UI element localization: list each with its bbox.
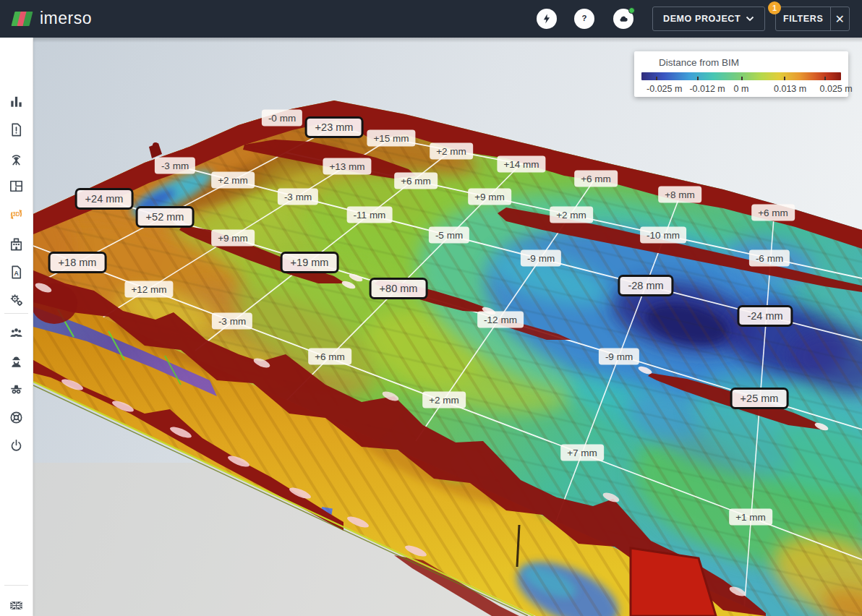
measurement-pin[interactable]: -12 mm — [477, 312, 524, 328]
measurement-pin-highlighted[interactable]: +19 mm — [281, 252, 339, 273]
measurement-pin[interactable]: +1 mm — [729, 509, 772, 526]
logo[interactable]: imerso — [12, 9, 92, 28]
worker-icon — [8, 353, 25, 369]
cloud-icon — [618, 13, 629, 25]
sidebar-item-building[interactable] — [0, 235, 33, 252]
sidebar-divider — [4, 313, 28, 314]
chevron-down-icon — [746, 16, 754, 22]
measurement-pin-highlighted[interactable]: -24 mm — [737, 305, 793, 327]
measurement-pin[interactable]: -3 mm — [155, 158, 195, 174]
sidebar-item-file-alert[interactable] — [0, 121, 33, 138]
viewport-3d[interactable]: -0 mm+23 mm+15 mm+2 mm+14 mm+6 mm+8 mm+6… — [33, 38, 862, 616]
filters-close-group: FILTERS ✕ — [775, 7, 850, 31]
measurement-pin[interactable]: +2 mm — [211, 172, 255, 189]
legend-title: Distance from BIM — [659, 57, 841, 68]
logo-text: imerso — [40, 9, 92, 28]
measurement-pin[interactable]: +6 mm — [574, 171, 618, 187]
lightning-icon — [542, 14, 552, 24]
team-icon — [8, 324, 25, 341]
question-icon: ? — [579, 13, 590, 25]
legend-panel: Distance from BIM -0.025 m-0.012 m0 m0.0… — [634, 51, 848, 97]
filters-button[interactable]: FILTERS — [776, 14, 830, 24]
stats-icon — [8, 93, 25, 110]
sidebar-item-floor-plan[interactable] — [0, 177, 33, 194]
scan-station-icon — [8, 150, 25, 166]
legend-label: 0.013 m — [774, 84, 806, 94]
measurement-pin[interactable]: +2 mm — [422, 392, 466, 408]
svg-text:A: A — [14, 270, 18, 277]
measurement-pin[interactable]: -3 mm — [212, 313, 252, 330]
measurement-pin[interactable]: -5 mm — [429, 227, 469, 244]
sidebar-item-scan-station[interactable] — [0, 149, 33, 166]
imerso-app: imerso ? DEMO PROJECT FILTERS — [0, 0, 862, 616]
sidebar-item-file-a[interactable]: A — [0, 263, 33, 281]
sidebar: 3DA — [0, 38, 33, 616]
file-alert-icon — [8, 121, 25, 138]
legend-tick — [656, 77, 657, 80]
measurement-pin[interactable]: +7 mm — [560, 445, 604, 461]
measurement-pin-highlighted[interactable]: +25 mm — [730, 388, 789, 409]
measurement-pin-highlighted[interactable]: +18 mm — [48, 252, 107, 273]
cloud-sync-button[interactable] — [613, 9, 633, 29]
sidebar-item-flag-uk[interactable] — [0, 596, 33, 614]
measurement-pin-highlighted[interactable]: +24 mm — [75, 188, 134, 210]
legend-tick — [741, 77, 743, 80]
measurement-pin[interactable]: +13 mm — [323, 158, 371, 175]
filters-badge: 1 — [768, 1, 781, 14]
measurement-pin-highlighted[interactable]: +80 mm — [370, 278, 428, 299]
measurement-pin-highlighted[interactable]: +52 mm — [136, 206, 195, 228]
legend-label: 0 m — [734, 84, 749, 94]
measurement-pin[interactable]: -10 mm — [640, 227, 686, 244]
measurement-pin[interactable]: +12 mm — [124, 281, 173, 298]
sidebar-item-gears[interactable] — [0, 291, 33, 308]
legend-tick — [697, 77, 699, 80]
measurement-pin[interactable]: +6 mm — [394, 173, 438, 189]
top-bar: imerso ? DEMO PROJECT FILTERS — [0, 0, 862, 38]
measurement-pin[interactable]: +2 mm — [430, 143, 473, 160]
pointcloud-heatmap[interactable] — [33, 38, 862, 616]
close-button[interactable]: ✕ — [831, 12, 849, 26]
measurement-pin[interactable]: +8 mm — [658, 187, 701, 203]
sidebar-item-threed-mode[interactable]: 3D — [0, 205, 33, 223]
sidebar-item-worker[interactable] — [0, 352, 33, 369]
threed-mode-icon: 3D — [8, 206, 25, 223]
svg-text:3D: 3D — [12, 211, 20, 218]
sidebar-item-power[interactable] — [0, 437, 33, 454]
measurement-pin[interactable]: -11 mm — [347, 207, 393, 223]
sidebar-item-incognito[interactable] — [0, 380, 33, 397]
lifebuoy-icon — [8, 409, 25, 426]
gears-icon — [8, 291, 25, 308]
online-status-dot — [628, 7, 635, 14]
sidebar-item-team[interactable] — [0, 323, 33, 341]
measurement-pin-highlighted[interactable]: +23 mm — [305, 116, 364, 138]
measurement-pin[interactable]: +6 mm — [751, 205, 795, 221]
project-dropdown[interactable]: DEMO PROJECT — [652, 7, 765, 31]
sidebar-item-lifebuoy[interactable] — [0, 408, 33, 426]
logo-icon — [12, 9, 33, 28]
measurement-pin-highlighted[interactable]: -28 mm — [618, 275, 673, 296]
quick-actions-icon[interactable] — [537, 9, 557, 29]
legend-label: 0.025 m — [820, 84, 853, 94]
measurement-pin[interactable]: +9 mm — [468, 189, 511, 205]
sidebar-divider — [4, 585, 28, 586]
measurement-pin[interactable]: -3 mm — [278, 189, 318, 205]
measurement-pin[interactable]: +9 mm — [211, 230, 255, 247]
measurement-pin[interactable]: +6 mm — [308, 348, 351, 365]
power-icon — [8, 437, 25, 454]
legend-tick — [784, 77, 785, 80]
file-a-icon: A — [8, 264, 25, 281]
measurement-pin[interactable]: -9 mm — [521, 250, 561, 267]
measurement-pin[interactable]: +15 mm — [367, 130, 415, 147]
legend-tick-labels: -0.025 m-0.012 m0 m0.013 m0.025 m — [641, 84, 841, 95]
help-button[interactable]: ? — [574, 9, 594, 29]
measurement-pin[interactable]: -6 mm — [749, 250, 790, 267]
measurement-pin[interactable]: -9 mm — [599, 348, 639, 365]
legend-tick — [824, 77, 826, 80]
measurement-pin[interactable]: +2 mm — [550, 207, 593, 223]
svg-text:?: ? — [582, 14, 587, 22]
measurement-pin[interactable]: -0 mm — [262, 110, 302, 127]
legend-label: -0.025 m — [646, 84, 682, 94]
sidebar-item-stats[interactable] — [0, 93, 33, 110]
project-dropdown-label: DEMO PROJECT — [663, 14, 741, 24]
measurement-pin[interactable]: +14 mm — [497, 156, 545, 173]
